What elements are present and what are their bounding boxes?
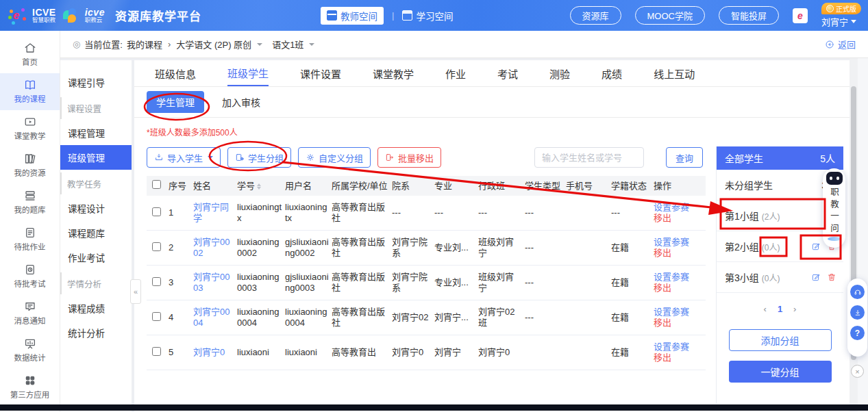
back-button[interactable]: 返回 (825, 38, 856, 51)
cell-phone (566, 231, 611, 266)
student-row: 5 刘宵宁0 liuxiaoni liuxiaoni 高等教育出 刘宵宁0 刘宵… (147, 335, 706, 370)
close-floating-button[interactable]: × (851, 365, 864, 378)
student-row: 4 刘宵宁0004 liuxiaoning0004 liuxiaoning000… (147, 300, 706, 335)
row-checkbox[interactable] (152, 242, 161, 251)
current-page[interactable]: 1 (778, 304, 782, 314)
submenu-item-course-grades[interactable]: 课程成绩 (60, 296, 132, 320)
robot-icon (826, 172, 843, 185)
teacher-space-button[interactable]: 教师空间 (321, 7, 384, 25)
rail-item-data-stats[interactable]: 数据统计 (0, 332, 60, 369)
batch-remove-button[interactable]: 批量移出 (377, 147, 441, 168)
remove-link[interactable]: 移出 (654, 213, 703, 224)
customer-service-button[interactable] (850, 285, 865, 299)
assistant-widget[interactable]: 职教一问 (823, 168, 845, 248)
set-contest-link[interactable]: 设置参赛 (654, 272, 703, 283)
col-name: 姓名 (193, 176, 237, 196)
delete-icon[interactable] (827, 272, 836, 282)
remove-link[interactable]: 移出 (654, 352, 703, 363)
student-name-link[interactable]: 刘宵宁0 (193, 347, 225, 357)
resource-library-button[interactable]: 资源库 (570, 6, 621, 25)
group-row-3[interactable]: 第3小组 (0人) (717, 262, 843, 293)
col-student-id[interactable]: 学号 (237, 176, 285, 196)
rail-item-my-resources[interactable]: 我的资源 (0, 147, 60, 184)
edit-icon[interactable] (811, 272, 821, 282)
row-checkbox[interactable] (152, 277, 161, 286)
submenu-section-teaching-tasks: 教学任务 (60, 172, 132, 194)
student-search-input[interactable] (534, 147, 644, 168)
remove-link[interactable]: 移出 (654, 248, 703, 259)
rail-item-messages[interactable]: 消息通知 (0, 295, 60, 332)
mooc-academy-button[interactable]: MOOC学院 (635, 6, 705, 25)
col-school: 所属学校/单位 (332, 176, 392, 196)
remove-link[interactable]: 移出 (654, 283, 703, 294)
next-page-button[interactable]: › (793, 304, 796, 314)
cell-student-id: liuxiaoning0004 (237, 300, 285, 335)
student-name-link[interactable]: 刘宵宁同学 (193, 202, 229, 223)
smart-cast-button[interactable]: 智能投屏 (719, 6, 779, 25)
student-grouping-button[interactable]: 学生分组 (227, 147, 291, 168)
rail-item-pending-homework[interactable]: 待批作业 (0, 221, 60, 258)
tab-class-students[interactable]: 班级学生 (227, 60, 269, 86)
breadcrumb-root[interactable]: 我的课程 (127, 38, 162, 51)
cell-dept: --- (392, 196, 434, 231)
cell-phone (566, 300, 611, 335)
rail-item-my-courses[interactable]: 我的课程 (0, 73, 60, 110)
rail-item-classroom-teaching[interactable]: 课堂教学 (0, 110, 60, 147)
set-contest-link[interactable]: 设置参赛 (654, 307, 703, 318)
query-button[interactable]: 查询 (666, 147, 703, 168)
col-username: 用户名 (285, 176, 332, 196)
rail-item-question-bank[interactable]: 我的题库 (0, 184, 60, 221)
row-checkbox[interactable] (152, 312, 161, 321)
submenu-item-course-management[interactable]: 课程管理 (60, 120, 132, 145)
submenu-item-homework-exam[interactable]: 作业考试 (60, 245, 132, 270)
all-students-row[interactable]: 全部学生 5人 (717, 146, 843, 170)
sort-icon[interactable] (257, 183, 261, 190)
import-students-button[interactable]: 导入学生 (147, 147, 221, 168)
custom-grouping-button[interactable]: 自定义分组 (298, 147, 371, 168)
download-button[interactable] (850, 305, 865, 320)
cell-major: 专业刘... (434, 266, 478, 300)
submenu-item-course-guide[interactable]: 课程引导 (60, 70, 132, 94)
learning-space-button[interactable]: 学习空间 (402, 9, 453, 23)
tab-quiz[interactable]: 测验 (549, 60, 570, 86)
sidebar-collapse-handle[interactable]: « (130, 279, 141, 304)
prev-page-button[interactable]: ‹ (764, 304, 767, 314)
breadcrumb-class-select[interactable]: 语文1班 (272, 38, 303, 51)
breadcrumb-course-select[interactable]: 大学语文 (2P) 原创 (176, 38, 251, 51)
set-contest-link[interactable]: 设置参赛 (654, 237, 703, 248)
tab-homework[interactable]: 作业 (445, 60, 466, 86)
submenu-item-class-management[interactable]: 班级管理 (60, 145, 132, 170)
tab-class-info[interactable]: 班级信息 (155, 60, 196, 86)
cell-student-type: --- (525, 266, 566, 300)
student-name-link[interactable]: 刘宵宁0004 (193, 307, 230, 328)
set-contest-link[interactable]: 设置参赛 (654, 342, 703, 352)
rail-item-third-party-apps[interactable]: 第三方应用 (0, 369, 60, 406)
row-checkbox[interactable] (152, 347, 161, 356)
student-name-link[interactable]: 刘宵宁0003 (193, 272, 230, 293)
tab-online-interaction[interactable]: 线上互动 (654, 60, 695, 86)
row-checkbox[interactable] (152, 207, 161, 216)
user-menu[interactable]: 正式版 刘宵宁 (821, 3, 861, 28)
app-chip-icon[interactable]: e (793, 8, 808, 23)
student-name-link[interactable]: 刘宵宁0002 (193, 237, 230, 258)
submenu-item-course-design[interactable]: 课程设计 (60, 196, 132, 220)
add-group-button[interactable]: 添加分组 (729, 329, 832, 351)
chevron-down-icon (309, 43, 314, 46)
rail-item-pending-exam[interactable]: 待批考试 (0, 258, 60, 295)
one-click-group-button[interactable]: 一键分组 (729, 361, 832, 383)
tab-exam[interactable]: 考试 (497, 60, 518, 86)
rail-item-home[interactable]: 首页 (0, 36, 60, 73)
submenu-item-course-question-bank[interactable]: 课程题库 (60, 220, 132, 245)
tab-classroom-teaching[interactable]: 课堂教学 (373, 60, 414, 86)
student-manage-subtab[interactable]: 学生管理 (147, 91, 204, 113)
edit-icon[interactable] (811, 242, 821, 251)
tab-grades[interactable]: 成绩 (602, 60, 622, 86)
join-audit-subtab[interactable]: 加入审核 (222, 95, 260, 109)
set-contest-link[interactable]: 设置参赛 (654, 202, 703, 213)
select-all-checkbox[interactable] (152, 180, 161, 189)
submenu-item-statistics[interactable]: 统计分析 (60, 320, 132, 345)
help-button[interactable]: ? (850, 326, 865, 340)
cell-student-type: --- (525, 300, 566, 335)
tab-courseware-settings[interactable]: 课件设置 (300, 60, 341, 86)
remove-link[interactable]: 移出 (654, 318, 703, 329)
